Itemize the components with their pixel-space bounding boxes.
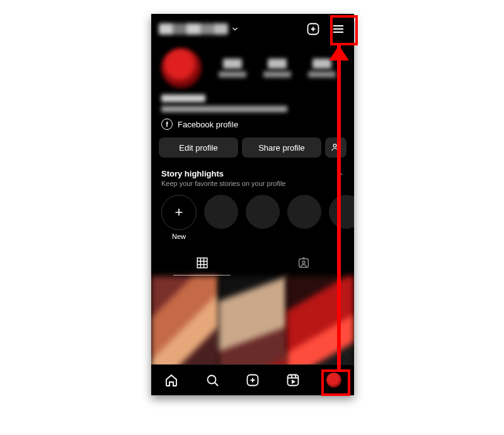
tagged-icon <box>297 256 311 270</box>
highlights-subtitle: Keep your favorite stories on your profi… <box>161 180 286 187</box>
highlight-placeholder <box>287 195 321 229</box>
profile-summary-row <box>151 44 354 91</box>
tab-tagged[interactable] <box>253 250 354 276</box>
hamburger-icon <box>331 21 346 37</box>
highlights-header[interactable]: Story highlights Keep your favorite stor… <box>151 160 354 191</box>
highlight-placeholder <box>329 195 354 229</box>
stat-following[interactable] <box>308 59 336 78</box>
bottom-nav <box>151 364 354 395</box>
nav-create[interactable] <box>244 371 261 389</box>
plus-icon: + <box>175 206 183 219</box>
chevron-up-icon <box>336 169 344 180</box>
profile-tabs <box>151 250 354 276</box>
share-profile-label: Share profile <box>258 143 305 153</box>
plus-square-icon <box>245 373 260 388</box>
grid-icon <box>195 256 209 270</box>
edit-profile-label: Edit profile <box>179 143 217 153</box>
svg-line-17 <box>215 383 218 386</box>
add-highlight-button[interactable]: + <box>161 195 197 230</box>
facebook-profile-link[interactable]: f Facebook profile <box>151 115 354 135</box>
svg-rect-9 <box>197 258 207 268</box>
svg-marker-25 <box>292 380 295 384</box>
highlights-title: Story highlights <box>161 169 286 178</box>
svg-point-16 <box>207 376 215 384</box>
chevron-down-icon <box>231 25 239 33</box>
profile-bio <box>151 91 354 115</box>
profile-action-row: Edit profile Share profile <box>151 135 354 160</box>
reels-icon <box>285 373 301 388</box>
create-post-button[interactable] <box>305 21 321 37</box>
search-icon <box>205 373 220 388</box>
highlight-placeholder <box>204 195 238 229</box>
stat-followers[interactable] <box>263 59 291 78</box>
tutorial-canvas: f Facebook profile Edit profile Share pr… <box>0 0 504 435</box>
add-person-icon <box>330 142 341 153</box>
username-dropdown[interactable] <box>159 23 239 35</box>
phone-frame: f Facebook profile Edit profile Share pr… <box>151 14 354 395</box>
highlights-row: + New <box>151 191 354 243</box>
nav-search[interactable] <box>203 371 221 389</box>
home-icon <box>164 373 179 388</box>
post-thumbnail[interactable] <box>287 276 354 377</box>
nav-profile[interactable] <box>325 371 343 389</box>
facebook-icon: f <box>161 119 173 130</box>
profile-header <box>151 14 354 44</box>
profile-avatar-small <box>326 373 341 388</box>
edit-profile-button[interactable]: Edit profile <box>159 137 238 158</box>
add-highlight-label: New <box>172 233 186 240</box>
svg-point-15 <box>302 261 304 264</box>
post-thumbnail[interactable] <box>219 276 286 377</box>
plus-square-icon <box>306 21 321 37</box>
hamburger-menu-button[interactable] <box>330 21 346 37</box>
nav-reels[interactable] <box>284 371 302 389</box>
svg-rect-21 <box>288 375 299 386</box>
display-name <box>161 95 205 102</box>
facebook-link-label: Facebook profile <box>178 120 238 129</box>
bio-text <box>161 106 287 112</box>
nav-home[interactable] <box>163 371 180 389</box>
discover-people-button[interactable] <box>325 137 346 158</box>
post-thumbnail[interactable] <box>151 276 219 377</box>
username-text <box>159 23 228 35</box>
svg-point-6 <box>333 144 336 148</box>
tab-grid[interactable] <box>151 250 253 276</box>
profile-avatar[interactable] <box>161 48 202 88</box>
stat-posts[interactable] <box>219 59 246 78</box>
post-grid <box>151 276 354 377</box>
share-profile-button[interactable]: Share profile <box>242 137 321 158</box>
highlight-placeholder <box>246 195 280 229</box>
